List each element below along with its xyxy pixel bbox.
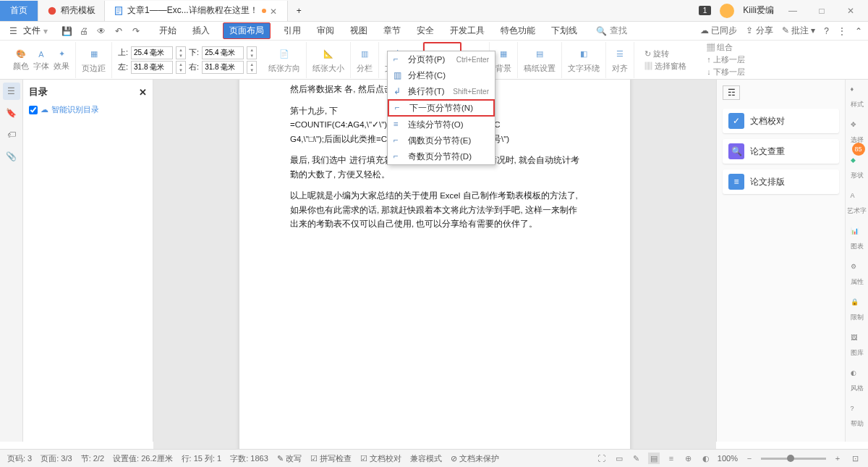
tab-home[interactable]: 首页: [0, 1, 38, 21]
outline-view-icon[interactable]: ≡: [665, 453, 677, 464]
restrict-tool[interactable]: 🔒限制: [851, 298, 864, 322]
draft-view-icon[interactable]: ◐: [700, 453, 712, 464]
help-tool[interactable]: ?帮助: [851, 405, 864, 429]
dd-line-break[interactable]: ↲换行符(T)Shift+Enter: [388, 83, 495, 99]
dd-even-page-section[interactable]: ⌐偶数页分节符(E): [388, 132, 495, 148]
tab-insert[interactable]: 插入: [190, 22, 213, 39]
file-menu[interactable]: 文件: [23, 25, 41, 37]
close-icon[interactable]: ✕: [841, 1, 861, 21]
margin-group[interactable]: ▦ 页边距: [76, 42, 112, 78]
bookmark2-nav-icon[interactable]: 🏷: [3, 126, 20, 143]
smart-outline-toggle[interactable]: ☁ 智能识别目录: [29, 104, 147, 115]
spellcheck-status[interactable]: ☑ 拼写检查: [310, 453, 352, 464]
minimize-icon[interactable]: —: [783, 1, 803, 21]
comments-button[interactable]: ✎ 批注 ▾: [782, 25, 816, 37]
collapse-ribbon-icon[interactable]: ⌃: [855, 26, 862, 36]
tab-features[interactable]: 特色功能: [498, 22, 538, 39]
tab-review[interactable]: 审阅: [314, 22, 337, 39]
proofread-status[interactable]: ☑ 文档校对: [360, 453, 401, 464]
top-spinner[interactable]: ▲▼: [176, 46, 186, 59]
rewrite-status[interactable]: ✎ 改写: [277, 453, 302, 464]
section-count[interactable]: 节: 2/2: [81, 453, 104, 464]
tab-devtools[interactable]: 开发工具: [447, 22, 488, 39]
tab-close-icon[interactable]: ✕: [270, 7, 278, 15]
smart-outline-checkbox[interactable]: [29, 106, 38, 114]
zoom-handle[interactable]: [787, 455, 794, 462]
right-margin-input[interactable]: [202, 61, 244, 74]
page-count[interactable]: 页面: 3/3: [41, 453, 72, 464]
zoom-level[interactable]: 100%: [718, 454, 738, 463]
word-count[interactable]: 字数: 1863: [230, 453, 268, 464]
dd-column-break[interactable]: ▥分栏符(C): [388, 67, 495, 83]
style-tool[interactable]: ♦样式: [851, 85, 864, 109]
tab-references[interactable]: 引用: [281, 22, 304, 39]
bottom-margin-input[interactable]: [202, 46, 244, 59]
effect-icon[interactable]: ✦: [55, 49, 68, 60]
bottom-spinner[interactable]: ▲▼: [247, 46, 257, 59]
tab-template[interactable]: 稻壳模板: [38, 1, 105, 21]
fit-window-icon[interactable]: ⊡: [849, 453, 861, 464]
wrap-button[interactable]: ◧文字环绕: [562, 42, 606, 78]
move-up-button[interactable]: ↑ 上移一层: [707, 54, 745, 65]
theme-tool[interactable]: ◐风格: [851, 369, 864, 393]
property-tool[interactable]: ⚙属性: [851, 263, 864, 287]
tab-add[interactable]: +: [288, 1, 310, 21]
tab-view[interactable]: 视图: [347, 22, 370, 39]
chart-tool[interactable]: 📊图表: [851, 227, 864, 251]
outline-nav-icon[interactable]: ☰: [3, 83, 20, 100]
right-spinner[interactable]: ▲▼: [247, 61, 257, 74]
column-button[interactable]: ▥分栏: [351, 42, 379, 78]
wordart-tool[interactable]: A艺术字: [847, 192, 867, 216]
tab-document[interactable]: 文章1——Exc...详细教程在这里！ ✕: [105, 1, 288, 21]
more-icon[interactable]: ⋮: [838, 26, 846, 36]
save-icon[interactable]: 💾: [59, 24, 74, 38]
select-tool[interactable]: ✥选择: [851, 121, 864, 145]
tab-page-layout[interactable]: 页面布局: [223, 22, 271, 39]
left-spinner[interactable]: ▲▼: [176, 61, 186, 74]
dd-odd-page-section[interactable]: ⌐奇数页分节符(D): [388, 148, 495, 164]
maximize-icon[interactable]: □: [812, 1, 832, 21]
select-pane-button[interactable]: ▥ 选择窗格: [644, 61, 686, 72]
share-button[interactable]: ⇪ 分享: [746, 25, 773, 37]
help-icon[interactable]: ?: [824, 26, 829, 36]
compat-mode[interactable]: 兼容模式: [410, 453, 442, 464]
gallery-tool[interactable]: 🖼图库: [851, 334, 864, 358]
panel-toggle-icon[interactable]: ☶: [723, 85, 740, 100]
web-view-icon[interactable]: ⊕: [683, 453, 694, 464]
move-down-button[interactable]: ↓ 下移一层: [707, 67, 745, 77]
align-button[interactable]: ☰对齐: [606, 42, 634, 78]
font-icon[interactable]: A: [35, 49, 48, 60]
size-button[interactable]: 📐纸张大小: [307, 42, 351, 78]
format-button[interactable]: ≡论文排版: [723, 169, 839, 194]
top-margin-input[interactable]: [131, 46, 173, 59]
plagiarism-button[interactable]: 🔍论文查重: [723, 139, 839, 164]
orientation-button[interactable]: 📄纸张方向: [263, 42, 307, 78]
undo-icon[interactable]: ↶: [111, 24, 126, 38]
shape-tool[interactable]: ◆形状: [851, 156, 864, 180]
zoom-out-icon[interactable]: −: [744, 453, 755, 464]
reading-view-icon[interactable]: ▭: [613, 453, 625, 464]
avatar-icon[interactable]: [720, 4, 734, 18]
palette-icon[interactable]: 🎨: [14, 49, 27, 60]
page-number[interactable]: 页码: 3: [7, 453, 32, 464]
dd-continuous-section[interactable]: ≡连续分节符(O): [388, 117, 495, 132]
print-layout-icon[interactable]: ▤: [648, 453, 660, 464]
attachment-nav-icon[interactable]: 📎: [3, 148, 20, 165]
edit-view-icon[interactable]: ✎: [631, 453, 642, 464]
tab-security[interactable]: 安全: [414, 22, 437, 39]
proofread-button[interactable]: ✓文档校对: [723, 109, 839, 133]
left-margin-input[interactable]: [131, 61, 173, 74]
tab-start[interactable]: 开始: [156, 22, 179, 39]
rotate-button[interactable]: ↻ 旋转: [644, 49, 686, 59]
search-button[interactable]: 🔍 查找: [596, 25, 627, 37]
redo-icon[interactable]: ↷: [129, 24, 143, 38]
outline-close-icon[interactable]: ✕: [139, 87, 147, 98]
draft-button[interactable]: ▤稿纸设置: [518, 42, 562, 78]
tab-underline[interactable]: 下划线: [548, 22, 580, 39]
sync-status[interactable]: ☁ 已同步: [700, 25, 737, 37]
preview-icon[interactable]: 👁: [94, 24, 109, 38]
fullscreen-icon[interactable]: ⛶: [596, 453, 608, 464]
zoom-slider[interactable]: [761, 458, 826, 460]
hamburger-icon[interactable]: ☰: [6, 24, 20, 38]
protect-status[interactable]: ⊘ 文档未保护: [451, 453, 499, 464]
